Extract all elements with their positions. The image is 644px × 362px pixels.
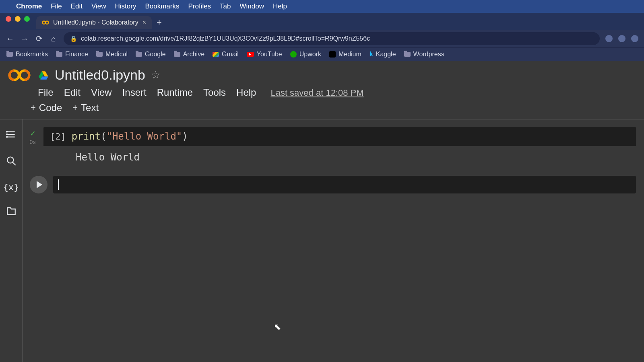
extension-icons	[605, 35, 638, 42]
colab-menu-runtime[interactable]: Runtime	[157, 87, 193, 98]
colab-toolbar: +Code +Text	[0, 98, 644, 119]
macos-menu-file[interactable]: File	[51, 2, 62, 10]
new-tab-button[interactable]: +	[157, 17, 162, 28]
variables-icon[interactable]: {x}	[3, 182, 19, 192]
macos-app-name[interactable]: Chrome	[16, 2, 42, 10]
medium-icon	[329, 51, 336, 58]
colab-menu-edit[interactable]: Edit	[64, 87, 80, 98]
notebook-title-row: Untitled0.ipynb ☆	[38, 67, 636, 83]
colab-menu-help[interactable]: Help	[236, 87, 256, 98]
files-icon[interactable]	[6, 206, 17, 219]
colab-menu-view[interactable]: View	[91, 87, 112, 98]
colab-menubar: File Edit View Insert Runtime Tools Help…	[38, 87, 636, 98]
colab-logo-icon[interactable]	[8, 67, 31, 83]
add-text-cell-button[interactable]: +Text	[72, 102, 99, 113]
svg-point-8	[6, 134, 7, 135]
code-cell-empty[interactable]	[30, 176, 636, 193]
url-text: colab.research.google.com/drive/1RJf82ql…	[81, 35, 370, 42]
execution-time: 0s	[30, 139, 36, 145]
chrome-window: Untitled0.ipynb - Colaboratory × + ← → ⟳…	[0, 13, 644, 61]
svg-point-9	[6, 136, 7, 137]
bookmark-gmail[interactable]: Gmail	[213, 51, 239, 58]
colab-header: Untitled0.ipynb ☆ File Edit View Insert …	[0, 61, 644, 98]
tab-title: Untitled0.ipynb - Colaboratory	[53, 19, 138, 26]
colab-menu-tools[interactable]: Tools	[203, 87, 226, 98]
tab-strip: Untitled0.ipynb - Colaboratory × +	[0, 15, 644, 30]
macos-menu-window[interactable]: Window	[240, 2, 264, 10]
tab-close-icon[interactable]: ×	[142, 19, 146, 26]
colab-app: Untitled0.ipynb ☆ File Edit View Insert …	[0, 61, 644, 362]
bookmark-kaggle[interactable]: kKaggle	[369, 51, 396, 58]
add-code-cell-button[interactable]: +Code	[31, 102, 62, 113]
bookmark-upwork[interactable]: Upwork	[290, 51, 321, 58]
macos-menu-history[interactable]: History	[115, 2, 136, 10]
folder-icon	[136, 52, 142, 57]
folder-icon	[404, 52, 411, 57]
macos-menu-view[interactable]: View	[91, 2, 106, 10]
left-sidebar: {x}	[0, 119, 23, 362]
folder-icon	[6, 52, 13, 57]
svg-point-7	[6, 131, 7, 132]
macos-menu-profiles[interactable]: Profiles	[188, 2, 211, 10]
colab-menu-file[interactable]: File	[38, 87, 54, 98]
colab-menu-insert[interactable]: Insert	[122, 87, 147, 98]
kaggle-icon: k	[369, 51, 373, 58]
upwork-icon	[290, 51, 297, 58]
extension-icon[interactable]	[618, 35, 625, 42]
colab-body: {x} ✓ 0s [2] print("Hello World")	[0, 119, 644, 362]
bookmark-google[interactable]: Google	[136, 51, 166, 58]
bookmark-finance[interactable]: Finance	[56, 51, 88, 58]
back-button[interactable]: ←	[6, 34, 14, 43]
code-editor[interactable]: [2] print("Hello World")	[43, 127, 636, 146]
folder-icon	[56, 52, 62, 57]
execution-indicator: ✓ 0s	[26, 127, 39, 169]
bookmark-wordpress[interactable]: Wordpress	[404, 51, 444, 58]
address-bar[interactable]: 🔒 colab.research.google.com/drive/1RJf82…	[64, 32, 600, 45]
bookmark-archive[interactable]: Archive	[174, 51, 204, 58]
svg-line-11	[12, 162, 16, 165]
search-icon[interactable]	[6, 156, 17, 169]
lock-icon: 🔒	[70, 35, 77, 42]
run-cell-button[interactable]	[30, 176, 47, 193]
gmail-icon	[213, 52, 219, 57]
colab-favicon-icon	[42, 19, 49, 26]
code-cell-executed[interactable]: ✓ 0s [2] print("Hello World") Hello Worl…	[26, 127, 636, 169]
home-button[interactable]: ⌂	[49, 34, 58, 43]
extension-icon[interactable]	[605, 35, 613, 42]
save-status[interactable]: Last saved at 12:08 PM	[270, 88, 363, 98]
youtube-icon	[247, 52, 254, 57]
svg-point-1	[45, 21, 49, 24]
bookmark-medical[interactable]: Medical	[96, 51, 128, 58]
code-content: print("Hello World")	[72, 131, 188, 142]
code-editor-empty[interactable]	[53, 176, 636, 193]
text-cursor	[58, 179, 59, 190]
bookmarks-bar: Bookmarks Finance Medical Google Archive…	[0, 47, 644, 61]
browser-tab-active[interactable]: Untitled0.ipynb - Colaboratory ×	[36, 16, 152, 29]
browser-toolbar: ← → ⟳ ⌂ 🔒 colab.research.google.com/driv…	[0, 30, 644, 47]
forward-button[interactable]: →	[20, 34, 29, 43]
macos-menu-help[interactable]: Help	[273, 2, 287, 10]
notebook-area[interactable]: ✓ 0s [2] print("Hello World") Hello Worl…	[23, 119, 644, 362]
macos-menu-bookmarks[interactable]: Bookmarks	[145, 2, 179, 10]
bookmark-bookmarks[interactable]: Bookmarks	[6, 51, 48, 58]
folder-icon	[96, 52, 103, 57]
macos-menu-edit[interactable]: Edit	[71, 2, 83, 10]
reload-button[interactable]: ⟳	[35, 34, 43, 43]
execution-count: [2]	[50, 132, 66, 142]
checkmark-icon: ✓	[30, 129, 36, 138]
notebook-filename[interactable]: Untitled0.ipynb	[55, 67, 145, 83]
table-of-contents-icon[interactable]	[6, 129, 17, 142]
extension-icon[interactable]	[631, 35, 638, 42]
cell-output: Hello World	[43, 146, 636, 169]
bookmark-medium[interactable]: Medium	[329, 51, 361, 58]
folder-icon	[174, 52, 180, 57]
macos-menu-tab[interactable]: Tab	[220, 2, 231, 10]
google-drive-icon	[38, 70, 49, 80]
bookmark-youtube[interactable]: YouTube	[247, 51, 282, 58]
macos-menubar: Chrome File Edit View History Bookmarks …	[0, 0, 644, 13]
svg-point-10	[7, 157, 13, 163]
star-icon[interactable]: ☆	[151, 69, 160, 81]
